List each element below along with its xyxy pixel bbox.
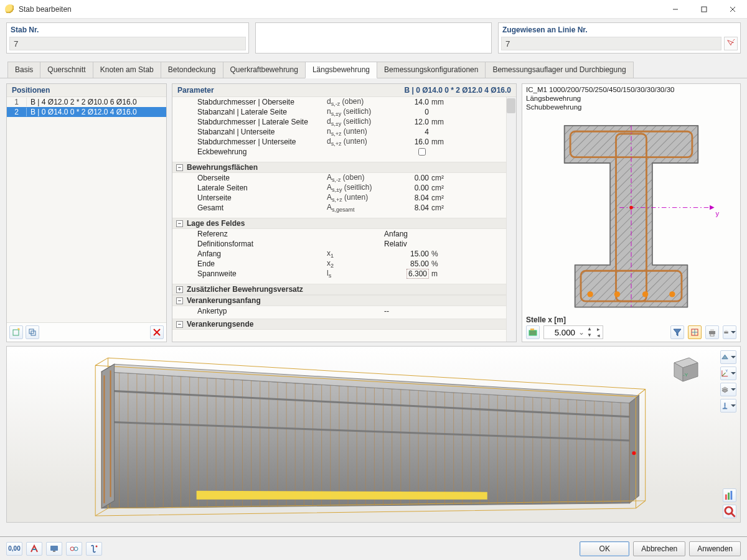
orientation-cube[interactable]: -Y xyxy=(668,352,702,385)
positions-table[interactable]: 1 B | 4 Ø12.0 2 * 2 Ø10.0 6 Ø16.0 2 B | … xyxy=(7,97,166,322)
window-title: Stab bearbeiten xyxy=(19,5,72,14)
expand-icon[interactable]: + xyxy=(176,286,183,293)
param-group-header[interactable]: +Zusätzlicher Bewehrungsversatz xyxy=(172,284,516,295)
tool-a-button[interactable] xyxy=(26,542,42,556)
apply-button[interactable]: Anwenden xyxy=(689,541,741,556)
maximize-button[interactable] xyxy=(690,0,718,19)
close-button[interactable] xyxy=(718,0,747,19)
param-group-header[interactable]: −Verankerungsende xyxy=(172,319,516,330)
positions-row[interactable]: 2 B | 0 Ø14.0 0 * 2 Ø12.0 4 Ø16.0 xyxy=(7,107,166,117)
svg-point-2 xyxy=(18,329,19,330)
layers-button[interactable] xyxy=(720,383,736,396)
tab-querkraft[interactable]: Querkraftbewehrung xyxy=(223,62,306,78)
dimensions-button[interactable] xyxy=(688,325,702,339)
parameter-grid[interactable]: Stabdurchmesser | Oberseiteds,-z (oben)1… xyxy=(172,97,516,342)
tab-knoten[interactable]: Knoten am Stab xyxy=(93,62,161,78)
ok-button[interactable]: OK xyxy=(580,541,629,556)
tool-script-button[interactable] xyxy=(86,542,102,556)
svg-marker-12 xyxy=(710,205,715,210)
zugewiesen-label: Zugewiesen an Linie Nr. xyxy=(499,23,740,35)
positions-row[interactable]: 1 B | 4 Ø12.0 2 * 2 Ø10.0 6 Ø16.0 xyxy=(7,97,166,107)
collapse-icon[interactable]: − xyxy=(176,164,183,171)
pos-x-spinner[interactable]: ⌄ ▲▼ ▸◂ xyxy=(543,325,603,339)
param-row[interactable]: Eckbewehrung xyxy=(172,147,516,157)
view-style-button[interactable] xyxy=(720,350,736,364)
param-row[interactable]: Stabanzahl | Unterseitens,+z (unten)4 xyxy=(172,127,516,137)
tool-display-button[interactable] xyxy=(46,542,62,556)
minimize-button[interactable] xyxy=(661,0,690,19)
svg-point-13 xyxy=(629,206,633,210)
delete-position-button[interactable] xyxy=(150,325,164,339)
svg-line-33 xyxy=(95,508,108,516)
param-row[interactable]: Laterale SeitenAs,±y (seitlich)0.00cm² xyxy=(172,183,516,193)
svg-rect-1 xyxy=(13,330,19,335)
cross-section-panel: IC_M1 1000/200/750/250/450/150/30/30/30/… xyxy=(522,83,741,342)
param-row[interactable]: Ankertyp-- xyxy=(172,306,516,316)
member-3d-view[interactable]: // procedurally add vertical stirrups ac… xyxy=(6,346,741,523)
svg-rect-25 xyxy=(724,332,728,334)
param-row[interactable]: Stabanzahl | Laterale Seitens,±y (seitli… xyxy=(172,107,516,117)
axes-button[interactable]: Y xyxy=(720,366,736,380)
svg-line-116 xyxy=(731,513,735,517)
param-group-header[interactable]: −Bewehrungsflächen xyxy=(172,162,516,173)
param-row[interactable]: Endex285.00% xyxy=(172,259,516,269)
param-row[interactable]: OberseiteAs,-z (oben)0.00cm² xyxy=(172,173,516,183)
eckbewehrung-checkbox[interactable] xyxy=(418,148,426,156)
param-row[interactable]: UnterseiteAs,+z (unten)8.04cm² xyxy=(172,193,516,203)
param-row[interactable]: ReferenzAnfang xyxy=(172,229,516,239)
svg-text:y: y xyxy=(716,210,720,217)
pos-x-input[interactable] xyxy=(544,326,578,338)
mid-empty-box xyxy=(255,22,492,54)
svg-point-122 xyxy=(96,545,98,547)
collapse-icon[interactable]: − xyxy=(176,297,183,304)
svg-marker-29 xyxy=(629,396,639,503)
param-group-header[interactable]: −Lage des Feldes xyxy=(172,218,516,229)
tab-bemessungsauflager[interactable]: Bemessungsauflager und Durchbiegung xyxy=(485,62,633,78)
view-results-button[interactable] xyxy=(723,488,736,502)
supports-button[interactable] xyxy=(720,399,736,413)
param-row[interactable]: Stabdurchmesser | Laterale Seiteds,±y (s… xyxy=(172,117,516,127)
svg-text:Y: Y xyxy=(725,369,728,373)
tool-link-button[interactable] xyxy=(66,542,82,556)
svg-marker-107 xyxy=(722,355,728,359)
stab-nr-label: Stab Nr. xyxy=(7,23,248,35)
pick-line-button[interactable] xyxy=(724,37,738,50)
param-row[interactable]: Anfangx115.00% xyxy=(172,249,516,259)
svg-point-102 xyxy=(632,451,636,455)
param-group-header[interactable]: −Verankerungsanfang xyxy=(172,295,516,306)
param-row[interactable]: Stabdurchmesser | Oberseiteds,-z (oben)1… xyxy=(172,97,516,107)
cancel-button[interactable]: Abbrechen xyxy=(633,541,685,556)
copy-position-button[interactable] xyxy=(26,325,39,339)
tab-laengs[interactable]: Längsbewehrung xyxy=(305,62,377,78)
filter-button[interactable] xyxy=(670,325,684,339)
svg-rect-0 xyxy=(702,7,707,12)
param-row[interactable]: Spannweitels6.300m xyxy=(172,269,516,279)
zoom-selection-button[interactable] xyxy=(723,505,736,518)
tab-bemessungskonfig[interactable]: Bemessungskonfigurationen xyxy=(377,62,486,78)
add-position-button[interactable] xyxy=(9,325,23,339)
view-side-buttons: Y xyxy=(720,350,736,413)
param-row[interactable]: Stabdurchmesser | Unterseiteds,+z (unten… xyxy=(172,137,516,147)
units-button[interactable]: 0,00 xyxy=(6,542,22,556)
svg-rect-19 xyxy=(529,330,537,335)
pos-x-label: Stelle x [m] xyxy=(526,315,736,324)
parameter-header: Parameter xyxy=(177,86,214,95)
title-bar: Stab bearbeiten xyxy=(0,0,747,19)
scrollbar[interactable] xyxy=(506,97,516,342)
svg-text:-Y: -Y xyxy=(683,372,688,378)
svg-line-30 xyxy=(95,358,108,365)
collapse-icon[interactable]: − xyxy=(176,321,183,328)
zugewiesen-input[interactable] xyxy=(501,37,721,50)
tab-betondeckung[interactable]: Betondeckung xyxy=(161,62,223,78)
section-settings-button[interactable] xyxy=(526,325,540,339)
parameter-header-value: B | 0 Ø14.0 0 * 2 Ø12.0 4 Ø16.0 xyxy=(405,86,511,95)
tab-querschnitt[interactable]: Querschnitt xyxy=(40,62,93,78)
param-row[interactable]: GesamtAs,gesamt8.04cm² xyxy=(172,203,516,213)
tab-basis[interactable]: Basis xyxy=(7,62,40,78)
stab-nr-input[interactable] xyxy=(9,37,246,50)
collapse-icon[interactable]: − xyxy=(176,220,183,227)
svg-rect-112 xyxy=(725,495,727,500)
print-section-button[interactable] xyxy=(705,325,719,339)
print-section-menu-button[interactable] xyxy=(723,325,736,339)
param-row[interactable]: DefinitionsformatRelativ xyxy=(172,239,516,249)
